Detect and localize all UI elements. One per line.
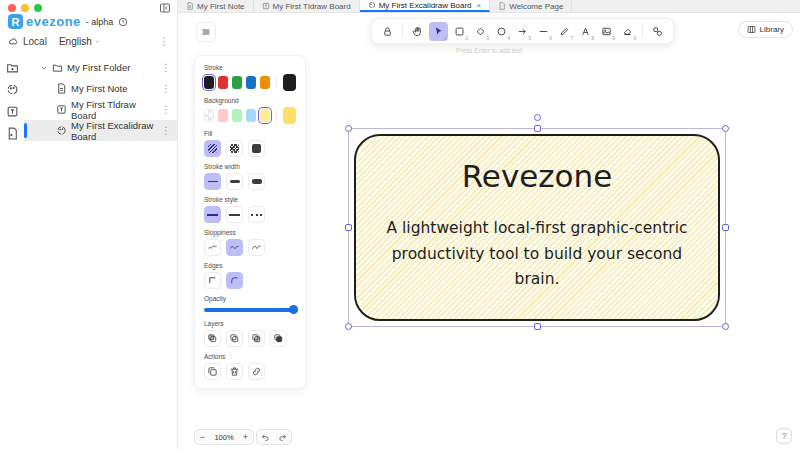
row-menu-icon[interactable]: ⋮ <box>161 63 171 73</box>
tree-item-tldraw[interactable]: My First Tldraw Board ⋮ <box>24 99 177 120</box>
add-folder-icon[interactable] <box>6 61 19 74</box>
eraser-tool-button[interactable]: 0 <box>618 22 637 41</box>
arrow-tool-button[interactable]: 5 <box>513 22 532 41</box>
add-tldraw-board-icon[interactable] <box>6 105 19 118</box>
tab-my-first-note[interactable]: My First Note <box>178 0 254 12</box>
architect-squiggle-icon <box>207 242 218 253</box>
diamond-tool-button[interactable]: 3 <box>471 22 490 41</box>
opacity-slider[interactable] <box>204 305 298 314</box>
current-background-color[interactable] <box>283 107 296 124</box>
text-tool-button[interactable]: 8 <box>576 22 595 41</box>
stroke-width-extrabold-button[interactable] <box>248 173 265 190</box>
row-menu-icon[interactable]: ⋮ <box>161 84 171 94</box>
sidebar-menu-icon[interactable]: ⋮ <box>159 37 169 47</box>
selection-tool-button[interactable]: 1 <box>429 22 448 41</box>
hand-tool-button[interactable] <box>408 22 427 41</box>
rectangle-tool-button[interactable]: 2 <box>450 22 469 41</box>
draw-tool-button[interactable]: 7 <box>555 22 574 41</box>
stroke-section: Stroke <box>204 64 296 91</box>
extra-tools-button[interactable] <box>648 22 667 41</box>
background-swatch-pink[interactable] <box>218 109 228 122</box>
resize-handle-top-middle[interactable] <box>534 125 541 132</box>
main-menu-button[interactable] <box>196 22 216 42</box>
current-stroke-color[interactable] <box>283 74 296 91</box>
send-backward-button[interactable] <box>226 330 243 347</box>
background-swatch-green[interactable] <box>232 109 242 122</box>
tree-item-note[interactable]: My First Note ⋮ <box>24 78 177 99</box>
stroke-width-bold-button[interactable] <box>226 173 243 190</box>
section-label: Layers <box>204 320 296 327</box>
solid-fill-icon <box>252 144 261 153</box>
bring-to-front-button[interactable] <box>270 330 287 347</box>
add-note-icon[interactable] <box>6 127 19 140</box>
tree-item-excalidraw[interactable]: My First Excalidraw Board ⋮ <box>24 120 177 141</box>
tab-my-first-tldraw-board[interactable]: My First Tldraw Board <box>254 0 360 12</box>
sloppiness-architect-button[interactable] <box>204 239 221 256</box>
image-icon <box>601 26 612 37</box>
sloppiness-artist-button[interactable] <box>226 239 243 256</box>
delete-button[interactable] <box>226 363 243 380</box>
resize-handle-bottom-middle[interactable] <box>534 323 541 330</box>
zoom-out-button[interactable]: − <box>195 430 210 444</box>
resize-handle-bottom-left[interactable] <box>345 323 352 330</box>
send-to-back-button[interactable] <box>204 330 221 347</box>
stroke-swatch-green[interactable] <box>232 76 242 89</box>
ellipse-tool-button[interactable]: 4 <box>492 22 511 41</box>
add-excalidraw-board-icon[interactable] <box>6 83 19 96</box>
stroke-width-thin-button[interactable] <box>204 173 221 190</box>
resize-handle-top-left[interactable] <box>345 125 352 132</box>
edges-sharp-button[interactable] <box>204 272 221 289</box>
image-tool-button[interactable]: 9 <box>597 22 616 41</box>
link-button[interactable] <box>248 363 265 380</box>
stroke-swatch-orange[interactable] <box>260 76 270 89</box>
selection-box[interactable]: Revezone A lightweight local-first graph… <box>348 128 726 327</box>
tab-label: Welcome Page <box>509 2 563 11</box>
language-selector[interactable]: English <box>59 36 101 47</box>
shape-title-text[interactable]: Revezone <box>462 158 613 194</box>
library-button[interactable]: Library <box>738 21 793 38</box>
background-swatch-blue[interactable] <box>246 109 256 122</box>
tab-welcome-page[interactable]: Welcome Page <box>490 0 572 12</box>
stroke-swatch-black[interactable] <box>204 76 214 89</box>
stroke-style-dotted-button[interactable] <box>248 206 265 223</box>
bring-forward-button[interactable] <box>248 330 265 347</box>
minimize-window-button[interactable] <box>21 4 29 12</box>
edges-round-button[interactable] <box>226 272 243 289</box>
resize-handle-middle-left[interactable] <box>345 224 352 231</box>
resize-handle-bottom-right[interactable] <box>722 323 729 330</box>
resize-handle-middle-right[interactable] <box>722 224 729 231</box>
opacity-thumb[interactable] <box>289 305 298 314</box>
line-tool-button[interactable]: 6 <box>534 22 553 41</box>
row-menu-icon[interactable]: ⋮ <box>161 126 171 136</box>
background-swatch-yellow[interactable] <box>260 109 270 122</box>
sloppiness-cartoonist-button[interactable] <box>248 239 265 256</box>
redo-button[interactable] <box>274 430 291 444</box>
fill-crosshatch-button[interactable] <box>226 140 243 157</box>
help-button[interactable]: ? <box>776 428 792 444</box>
close-tab-icon[interactable]: × <box>477 1 482 10</box>
tree-folder-row[interactable]: My First Folder ⋮ <box>24 57 177 78</box>
fill-hachure-button[interactable] <box>204 140 221 157</box>
background-swatch-transparent[interactable] <box>204 109 214 122</box>
stroke-style-dashed-button[interactable] <box>226 206 243 223</box>
canvas-rectangle[interactable]: Revezone A lightweight local-first graph… <box>354 134 720 321</box>
excalidraw-canvas[interactable]: 1 2 3 4 5 <box>178 13 800 449</box>
resize-handle-top-right[interactable] <box>722 125 729 132</box>
window-controls <box>8 4 42 12</box>
tab-my-first-excalidraw-board[interactable]: My First Excalidraw Board × <box>360 0 491 12</box>
zoom-in-button[interactable]: + <box>238 430 253 444</box>
lock-tool-button[interactable] <box>378 22 397 41</box>
duplicate-button[interactable] <box>204 363 221 380</box>
row-menu-icon[interactable]: ⋮ <box>161 105 171 115</box>
stroke-style-solid-button[interactable] <box>204 206 221 223</box>
stroke-swatch-blue[interactable] <box>246 76 256 89</box>
shape-subtitle-text[interactable]: A lightweight local-first graphic-centri… <box>372 216 702 293</box>
maximize-window-button[interactable] <box>34 4 42 12</box>
collapse-sidebar-icon[interactable] <box>159 2 171 14</box>
close-window-button[interactable] <box>8 4 16 12</box>
undo-button[interactable] <box>257 430 274 444</box>
zoom-level[interactable]: 100% <box>210 433 238 442</box>
fill-solid-button[interactable] <box>248 140 265 157</box>
stroke-swatch-red[interactable] <box>218 76 228 89</box>
rotate-handle[interactable] <box>534 114 541 121</box>
